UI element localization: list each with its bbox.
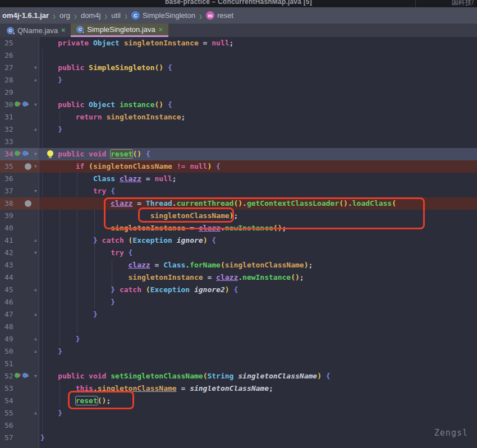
code-line-37[interactable]: 37▿ try { (0, 185, 477, 197)
fold-end-icon[interactable]: ▵ (34, 74, 38, 86)
fold-end-icon[interactable]: ▵ (34, 345, 38, 358)
token: newInstance (225, 224, 273, 232)
token: ; (300, 273, 304, 281)
fold-end-icon[interactable]: ▵ (34, 234, 38, 247)
code-line-57[interactable]: 57} (0, 432, 477, 444)
breadcrumb-item-org[interactable]: org (59, 11, 70, 20)
code-line-42[interactable]: 42▿ try { (0, 247, 477, 259)
fold-collapse-icon[interactable]: ▿ (34, 160, 38, 173)
token (120, 39, 124, 47)
breadcrumb-item-dom4j[interactable]: dom4j (81, 11, 100, 20)
code-line-43[interactable]: 43 clazz = Class.forName(singletonClassN… (0, 259, 477, 271)
breadcrumb: om4j-1.6.1.jar›org›dom4j›util›CSimpleSin… (0, 7, 477, 24)
breadcrumb-separator: › (74, 9, 77, 22)
override-markers-icon[interactable]: ↑↓ (15, 101, 29, 107)
token: singletonClassName (98, 384, 177, 392)
line-number: 56 (4, 419, 13, 432)
token: ; (230, 39, 234, 47)
token: Class (93, 174, 115, 183)
code-text: try { (40, 247, 132, 259)
code-text: Class clazz = null; (40, 173, 177, 185)
token: { (129, 248, 133, 257)
override-markers-icon[interactable]: ↑↓ (15, 150, 29, 156)
code-line-39[interactable]: 39 singletonClassName); (0, 210, 477, 222)
code-line-54[interactable]: 54 reset(); (0, 395, 477, 407)
code-line-30[interactable]: 30↑↓▿ public Object instance() { (0, 99, 477, 111)
fold-end-icon[interactable]: ▵ (34, 308, 38, 321)
code-line-27[interactable]: 27▿ public SimpleSingleton() { (0, 62, 477, 74)
token: = (141, 174, 154, 183)
code-line-53[interactable]: 53 this.singletonClassName = singletonCl… (0, 382, 477, 395)
code-line-49[interactable]: 49▵ } (0, 333, 477, 345)
breadcrumb-item-simplesingleton[interactable]: CSimpleSingleton (131, 11, 195, 20)
code-line-47[interactable]: 47▵ } (0, 308, 477, 321)
line-number: 32 (4, 123, 13, 136)
fold-collapse-icon[interactable]: ▿ (34, 370, 38, 382)
code-line-40[interactable]: 40 singletonInstance = clazz.newInstance… (0, 222, 477, 234)
line-number: 52 (4, 370, 13, 382)
breadcrumb-separator: › (125, 9, 127, 22)
line-number: 38 (4, 197, 13, 210)
code-line-31[interactable]: 31 return singletonInstance; (0, 111, 477, 123)
breadcrumb-item-reset[interactable]: mreset (206, 11, 233, 20)
lock-icon (12, 32, 15, 35)
fold-end-icon[interactable]: ▵ (34, 284, 38, 296)
code-line-25[interactable]: 25 private Object singletonInstance = nu… (0, 37, 477, 49)
code-text: public void reset() { (40, 148, 150, 160)
token: catch (120, 285, 141, 294)
tab-close-icon[interactable]: × (61, 26, 65, 34)
fold-end-icon[interactable]: ▵ (34, 123, 38, 136)
tab-close-icon[interactable]: × (159, 26, 163, 34)
watermark: Zengsl (434, 428, 468, 438)
fold-collapse-icon[interactable]: ▿ (34, 185, 38, 197)
line-number: 36 (4, 173, 13, 185)
fold-end-icon[interactable]: ▵ (34, 407, 38, 419)
breakpoint-icon[interactable] (25, 163, 31, 170)
code-line-38[interactable]: 38 clazz = Thread.currentThread().getCon… (0, 197, 477, 210)
code-text: } catch (Exception ignore) { (40, 234, 216, 247)
code-line-48[interactable]: 48 (0, 321, 477, 333)
token (84, 150, 89, 158)
code-line-26[interactable]: 26 (0, 49, 477, 62)
fold-end-icon[interactable]: ▵ (34, 333, 38, 345)
breakpoint-icon[interactable] (25, 200, 31, 207)
fold-collapse-icon[interactable]: ▿ (34, 247, 38, 259)
code-line-41[interactable]: 41▵ } catch (Exception ignore) { (0, 234, 477, 247)
code-line-32[interactable]: 32▵ } (0, 123, 477, 136)
line-number: 29 (4, 86, 13, 99)
code-line-35[interactable]: 35▿ if (singletonClassName != null) { (0, 160, 477, 173)
code-line-55[interactable]: 55▵ } (0, 407, 477, 419)
line-number: 51 (4, 358, 13, 370)
fold-collapse-icon[interactable]: ▿ (34, 62, 38, 74)
code-line-33[interactable]: 33 (0, 136, 477, 148)
fold-collapse-icon[interactable]: ▿ (34, 99, 38, 111)
token: catch (102, 236, 124, 244)
token: ( (89, 162, 93, 170)
code-line-34[interactable]: 34↑↓▿ public void reset() { (0, 148, 477, 160)
code-line-51[interactable]: 51 (0, 358, 477, 370)
code-text: } (40, 432, 45, 444)
breadcrumb-label: om4j-1.6.1.jar (2, 11, 49, 20)
code-line-50[interactable]: 50▵ } (0, 345, 477, 358)
tab-simplesingleton-java[interactable]: CSimpleSingleton.java× (71, 24, 168, 37)
code-text: clazz = Thread.currentThread().getContex… (40, 197, 396, 210)
code-line-56[interactable]: 56 (0, 419, 477, 432)
token: Object (89, 100, 115, 109)
code-line-28[interactable]: 28▵ } (0, 74, 477, 86)
fold-collapse-icon[interactable]: ▿ (34, 148, 38, 160)
code-line-44[interactable]: 44 singletonInstance = clazz.newInstance… (0, 271, 477, 284)
code-line-52[interactable]: 52↑↓▿ public void setSingletonClassName(… (0, 370, 477, 382)
token: . (348, 199, 352, 207)
override-markers-icon[interactable]: ↑↓ (15, 372, 29, 378)
code-line-36[interactable]: 36 Class clazz = null; (0, 173, 477, 185)
code-line-46[interactable]: 46 } (0, 296, 477, 308)
tab-qname-java[interactable]: CQName.java× (1, 24, 71, 37)
line-number: 33 (4, 136, 13, 148)
token (322, 372, 326, 380)
code-editor[interactable]: 25 private Object singletonInstance = nu… (0, 37, 477, 448)
code-line-45[interactable]: 45▵ } catch (Exception ignore2) { (0, 284, 477, 296)
breadcrumb-item-om4j-1-6-1-jar[interactable]: om4j-1.6.1.jar (2, 11, 49, 20)
code-line-29[interactable]: 29 (0, 86, 477, 99)
breadcrumb-item-util[interactable]: util (111, 11, 121, 20)
code-text: if (singletonClassName != null) { (40, 160, 221, 173)
